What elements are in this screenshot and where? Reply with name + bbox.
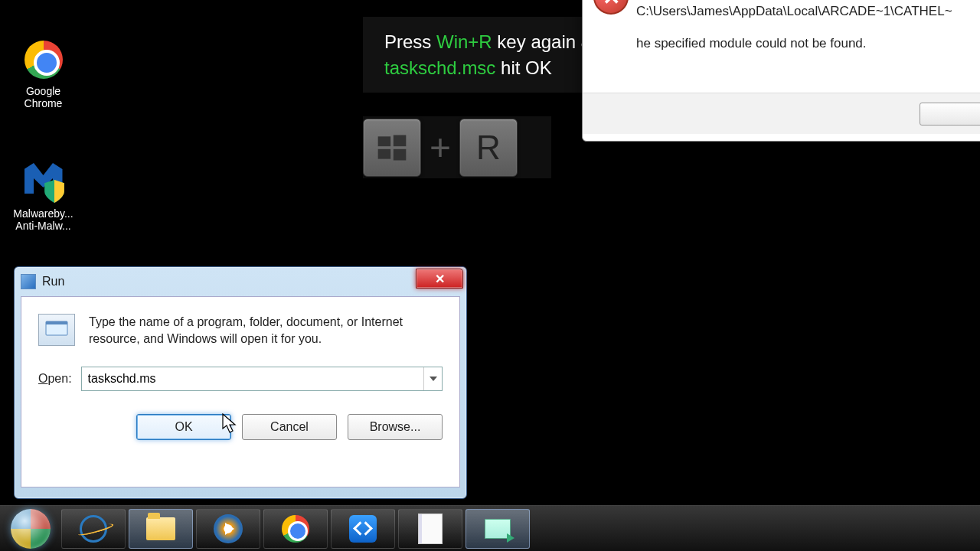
run-program-icon	[38, 314, 75, 346]
open-input[interactable]	[82, 369, 423, 389]
taskbar-item-teamviewer[interactable]	[331, 509, 395, 549]
error-message: he specified module could not be found.	[636, 36, 980, 51]
taskbar-item-run[interactable]	[466, 509, 530, 549]
error-ok-button[interactable]	[920, 103, 980, 126]
desktop-icon-label: Malwareby... Anti-Malw...	[11, 207, 76, 232]
error-dialog: ✕ C:\Users\James\AppData\Local\ARCADE~1\…	[582, 0, 980, 142]
run-title-icon	[21, 274, 36, 289]
ok-button[interactable]: OK	[136, 414, 231, 440]
start-button[interactable]	[3, 507, 58, 550]
svg-rect-2	[378, 148, 391, 158]
svg-rect-5	[46, 321, 67, 324]
run-title: Run	[42, 275, 64, 289]
close-button[interactable]: ✕	[416, 269, 463, 289]
taskbar	[0, 505, 980, 551]
windows-logo-icon	[11, 509, 51, 549]
key-combo-graphic: + R	[363, 116, 551, 178]
run-titlebar[interactable]: Run ✕	[15, 267, 466, 296]
open-combobox[interactable]	[81, 367, 443, 391]
folder-icon	[146, 517, 175, 540]
ie-icon	[80, 515, 107, 543]
cancel-button[interactable]: Cancel	[242, 414, 337, 440]
run-dialog: Run ✕ Type the name of a program, folder…	[14, 266, 467, 499]
taskbar-item-wmp[interactable]	[196, 509, 260, 549]
run-icon	[485, 519, 511, 539]
svg-rect-0	[378, 136, 391, 146]
open-label: Open:	[38, 372, 72, 386]
run-description: Type the name of a program, folder, docu…	[89, 314, 443, 348]
chrome-icon	[282, 515, 309, 543]
notepad-icon	[418, 514, 443, 544]
browse-button[interactable]: Browse...	[348, 414, 443, 440]
chevron-down-icon[interactable]	[423, 367, 442, 390]
desktop-icon-malwarebytes[interactable]: Malwareby... Anti-Malw...	[11, 161, 76, 232]
teamviewer-icon	[349, 515, 377, 543]
plus-icon: +	[421, 126, 459, 168]
chrome-icon	[22, 38, 65, 81]
svg-rect-1	[394, 135, 407, 146]
desktop-icon-chrome[interactable]: Google Chrome	[11, 38, 76, 109]
taskbar-item-explorer[interactable]	[129, 509, 193, 549]
error-path: C:\Users\James\AppData\Local\ARCADE~1\CA…	[636, 4, 980, 19]
r-key-icon: R	[459, 119, 518, 177]
media-player-icon	[214, 514, 243, 543]
taskbar-item-notepad[interactable]	[398, 509, 462, 549]
taskbar-item-ie[interactable]	[61, 509, 126, 549]
malwarebytes-icon	[22, 161, 65, 204]
desktop-icon-label: Google Chrome	[11, 85, 76, 109]
taskbar-item-chrome[interactable]	[263, 509, 328, 549]
error-icon: ✕	[593, 0, 629, 15]
svg-rect-3	[394, 148, 407, 160]
win-key-icon	[363, 119, 421, 177]
